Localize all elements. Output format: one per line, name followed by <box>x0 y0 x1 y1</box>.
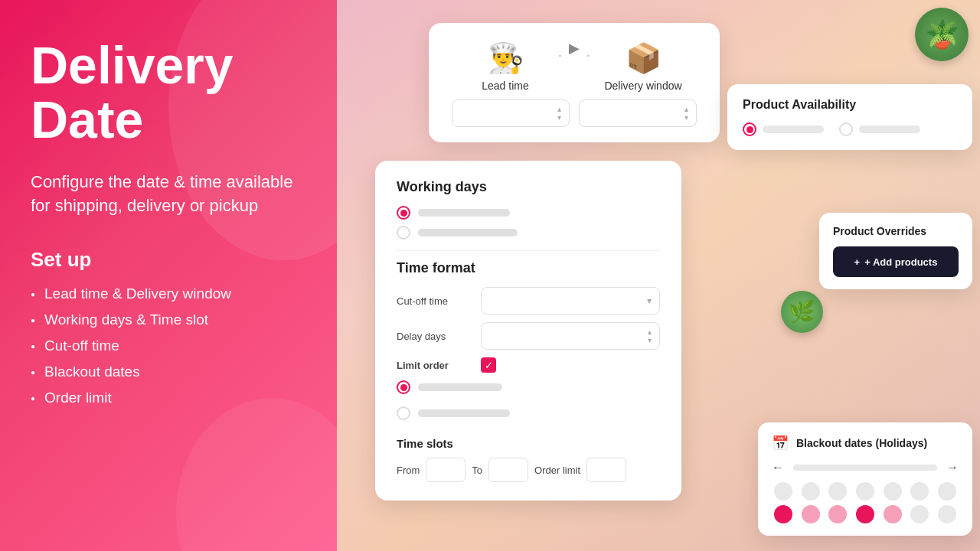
cal-dot <box>828 505 847 523</box>
month-bar <box>793 465 937 471</box>
delay-days-input[interactable]: ▴▾ <box>481 322 660 350</box>
add-products-label: + Add products <box>864 256 937 268</box>
limit-radio-active <box>397 380 410 394</box>
plant-decoration-top: 🪴 <box>915 8 969 61</box>
lead-time-select[interactable]: ▴ ▾ <box>452 99 570 127</box>
delay-label: Delay days <box>397 331 473 342</box>
limit-order-radio-group <box>397 380 660 426</box>
to-time-input[interactable] <box>488 458 528 482</box>
setup-heading: Set up <box>31 248 306 272</box>
add-products-button[interactable]: + + Add products <box>833 246 959 277</box>
pa-radio-active <box>743 122 756 136</box>
radio-active <box>397 206 410 220</box>
subtitle-text: Configure the date & time available for … <box>31 171 306 218</box>
chevron-down-icon: ▾ <box>647 295 652 306</box>
cal-dot <box>884 505 902 523</box>
cal-dot-selected[interactable] <box>856 505 874 523</box>
setup-list: Lead time & Delivery window Working days… <box>31 285 306 416</box>
delivery-window-label: Delivery window <box>604 80 681 92</box>
lead-time-card: 👨‍🍳 Lead time ▶ 📦 Delivery window ▴ ▾ <box>429 23 720 142</box>
right-panel: 🪴 🌿 👨‍🍳 Lead time ▶ 📦 Delivery window <box>337 0 980 551</box>
limit-order-label: Limit order <box>397 360 473 371</box>
from-time-input[interactable] <box>426 458 466 482</box>
working-days-radio-1[interactable] <box>397 206 660 220</box>
to-label: To <box>472 465 482 476</box>
pa-radio-2[interactable] <box>839 122 920 136</box>
lead-time-selects: ▴ ▾ ▴ ▾ <box>452 99 697 127</box>
plant-decoration-middle: 🌿 <box>781 291 823 333</box>
cutoff-time-row: Cut-off time ▾ <box>397 287 660 315</box>
next-month-button[interactable]: → <box>946 461 959 474</box>
plus-icon: + <box>854 256 861 268</box>
delivery-window-select[interactable]: ▴ ▾ <box>579 99 697 127</box>
from-label: From <box>397 465 420 476</box>
setup-item-lead-time: Lead time & Delivery window <box>31 285 306 302</box>
setup-item-blackout: Blackout dates <box>31 364 306 380</box>
cal-dot <box>828 482 847 500</box>
working-days-card: Working days Time format Cut-off time ▾ … <box>375 161 681 500</box>
product-availability-title: Product Availability <box>743 98 957 112</box>
order-limit-input[interactable] <box>586 458 626 482</box>
setup-item-order-limit: Order limit <box>31 390 306 406</box>
lead-time-icons-row: 👨‍🍳 Lead time ▶ 📦 Delivery window <box>452 41 697 92</box>
time-slots-row: From To Order limit <box>397 458 660 482</box>
cal-dot <box>774 482 792 500</box>
cal-dot <box>910 482 929 500</box>
pa-radio-inactive <box>839 122 853 136</box>
cal-dot <box>884 482 902 500</box>
cal-dot <box>802 505 820 523</box>
blackout-card-header: 📅 Blackout dates (Holidays) <box>772 435 959 452</box>
cutoff-time-dropdown[interactable]: ▾ <box>481 287 660 315</box>
limit-radio-2[interactable] <box>397 406 660 420</box>
limit-bar-1 <box>418 383 502 391</box>
cal-dot <box>856 482 874 500</box>
pa-bar-1 <box>763 126 824 133</box>
cal-dot <box>938 505 956 523</box>
radio-label-bar-1 <box>418 209 510 217</box>
calendar-icon: 📅 <box>772 435 789 452</box>
order-limit-label: Order limit <box>534 465 580 476</box>
chef-icon: 👨‍🍳 <box>488 41 524 75</box>
setup-item-cutoff: Cut-off time <box>31 337 306 354</box>
pa-radio-1[interactable] <box>743 122 824 136</box>
limit-order-row: Limit order ✓ <box>397 357 660 373</box>
time-format-title: Time format <box>397 260 660 276</box>
pa-bar-2 <box>859 126 920 133</box>
divider-1 <box>397 250 660 251</box>
limit-bar-2 <box>418 409 510 417</box>
setup-item-working-days: Working days & Time slot <box>31 311 306 328</box>
cal-dot-selected[interactable] <box>774 505 792 523</box>
time-slots-title: Time slots <box>397 437 660 450</box>
blackout-title: Blackout dates (Holidays) <box>796 437 927 449</box>
package-icon: 📦 <box>626 41 662 75</box>
delay-days-row: Delay days ▴▾ <box>397 322 660 350</box>
cal-dot <box>910 505 929 523</box>
product-availability-radios <box>743 122 957 136</box>
working-days-title: Working days <box>397 179 660 195</box>
cal-dot <box>802 482 820 500</box>
limit-radio-inactive <box>397 406 410 420</box>
cutoff-label: Cut-off time <box>397 295 473 307</box>
radio-label-bar-2 <box>418 229 518 236</box>
spin-arrows-icon: ▴▾ <box>648 328 652 344</box>
prev-month-button[interactable]: ← <box>772 461 784 474</box>
time-slots-section: Time slots From To Order limit <box>397 437 660 482</box>
arrow-icon: ▶ <box>561 40 587 57</box>
blackout-nav: ← → <box>772 461 959 474</box>
blackout-dates-card: 📅 Blackout dates (Holidays) ← → <box>758 422 972 536</box>
cal-dot <box>938 482 956 500</box>
product-availability-card: Product Availability <box>727 84 972 150</box>
working-days-radio-2[interactable] <box>397 226 660 240</box>
limit-radio-1[interactable] <box>397 380 660 394</box>
left-panel: Delivery Date Configure the date & time … <box>0 0 337 551</box>
product-overrides-title: Product Overrides <box>833 225 959 237</box>
delivery-window-icon-box: 📦 Delivery window <box>590 41 697 92</box>
radio-inactive <box>397 226 410 240</box>
working-days-radio-group <box>397 206 660 240</box>
product-overrides-card: Product Overrides + + Add products <box>819 213 972 289</box>
page-title: Delivery Date <box>31 38 306 148</box>
lead-time-icon-box: 👨‍🍳 Lead time <box>452 41 559 92</box>
limit-order-checkbox[interactable]: ✓ <box>481 357 496 373</box>
lead-time-label: Lead time <box>482 80 528 92</box>
blackout-calendar-grid <box>772 482 959 523</box>
